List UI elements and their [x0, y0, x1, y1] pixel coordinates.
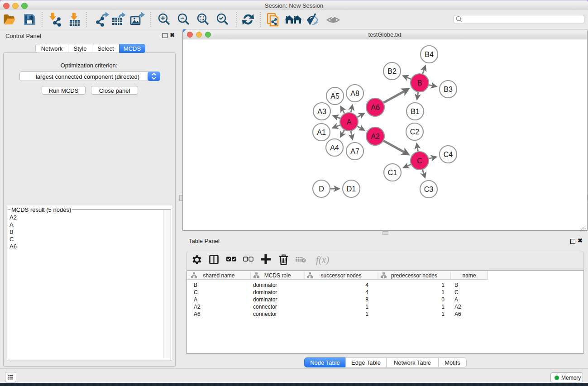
- svg-text:A4: A4: [330, 144, 339, 152]
- svg-text:C2: C2: [410, 128, 420, 136]
- svg-text:A2: A2: [371, 133, 380, 140]
- svg-text:B4: B4: [425, 51, 434, 58]
- svg-text:A: A: [347, 118, 352, 126]
- svg-text:D1: D1: [347, 185, 356, 193]
- svg-text:D: D: [319, 185, 324, 193]
- svg-text:f(x): f(x): [316, 254, 329, 265]
- svg-text:A8: A8: [350, 90, 359, 97]
- svg-text:A6: A6: [371, 104, 380, 111]
- svg-text:B: B: [417, 79, 422, 87]
- svg-text:A7: A7: [350, 148, 359, 155]
- svg-text:A3: A3: [317, 108, 326, 115]
- svg-text:B3: B3: [444, 86, 453, 93]
- svg-text:B2: B2: [387, 67, 397, 75]
- svg-text:C1: C1: [388, 169, 397, 176]
- svg-text:B1: B1: [411, 108, 420, 115]
- svg-text:C4: C4: [444, 151, 453, 158]
- svg-text:A1: A1: [317, 129, 326, 136]
- svg-text:A5: A5: [330, 92, 339, 100]
- svg-text:C: C: [417, 157, 422, 165]
- svg-text:C3: C3: [424, 186, 434, 193]
